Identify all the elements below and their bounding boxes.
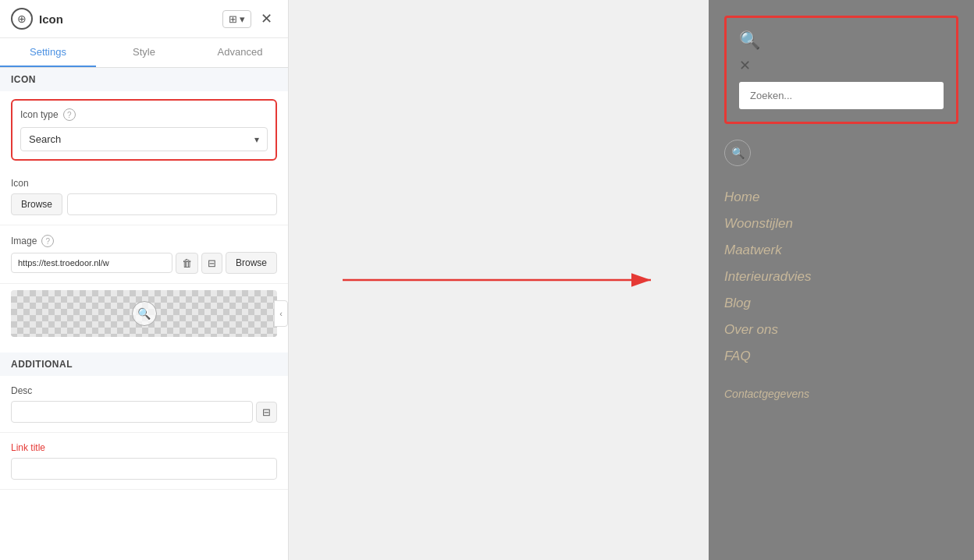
icon-field-group: Icon Browse [0, 168, 288, 225]
desc-db-icon[interactable]: ⊟ [256, 402, 277, 423]
search-x-icon: ✕ [739, 57, 944, 74]
tab-style[interactable]: Style [96, 38, 192, 67]
icon-type-select-wrapper: Search Custom None ▾ [20, 127, 268, 151]
desc-field-label: Desc [11, 385, 277, 396]
image-field-label: Image ? [11, 235, 277, 247]
close-button[interactable]: ✕ [256, 9, 277, 29]
icon-field-label: Icon [11, 178, 277, 189]
image-field-group: Image ? 🗑 ⊟ Browse [0, 225, 288, 284]
image-delete-icon[interactable]: 🗑 [176, 253, 198, 274]
nav-item-blog[interactable]: Blog [724, 296, 812, 311]
icon-type-label: Icon type ? [20, 108, 268, 121]
desc-input[interactable] [11, 401, 253, 423]
left-panel: ⊕ Icon ⊞ ▾ ✕ Settings Style Advanced Ico… [0, 0, 289, 560]
tab-settings[interactable]: Settings [0, 38, 96, 67]
image-browse-button[interactable]: Browse [226, 252, 277, 274]
widget-icon: ⊕ [11, 8, 33, 30]
canvas-area [289, 0, 709, 560]
right-panel: 🔍 ✕ 🔍 Home Woonstijlen Maatwerk Interieu… [709, 0, 974, 560]
additional-section-header: Additional [0, 353, 288, 376]
nav-links: Home Woonstijlen Maatwerk Interieuradvie… [724, 190, 812, 364]
contact-label: Contactgegevens [724, 388, 809, 400]
search-input-preview[interactable] [739, 82, 944, 109]
icon-browse-row: Browse [11, 193, 277, 215]
image-preview: 🔍 ‹ [11, 290, 277, 337]
panel-header: ⊕ Icon ⊞ ▾ ✕ [0, 0, 288, 38]
tabs-bar: Settings Style Advanced [0, 38, 288, 68]
link-title-field-group: Link title [0, 433, 288, 490]
image-copy-icon[interactable]: ⊟ [201, 253, 222, 274]
icon-type-select[interactable]: Search Custom None [21, 128, 267, 151]
image-help-icon[interactable]: ? [41, 235, 54, 247]
image-url-row: 🗑 ⊟ Browse [11, 252, 277, 274]
panel-title: Icon [39, 12, 216, 26]
icon-section-header: Icon [0, 68, 288, 91]
icon-value-input[interactable] [67, 193, 277, 215]
search-widget: 🔍 ✕ [724, 16, 958, 124]
image-url-input[interactable] [11, 253, 172, 273]
preview-search-icon: 🔍 [132, 301, 157, 326]
layout-button[interactable]: ⊞ ▾ [222, 10, 251, 28]
collapse-panel-arrow[interactable]: ‹ [274, 300, 288, 327]
nav-item-maatwerk[interactable]: Maatwerk [724, 243, 812, 258]
tab-advanced[interactable]: Advanced [192, 38, 288, 67]
icon-type-container: Icon type ? Search Custom None ▾ [11, 99, 277, 161]
link-title-input[interactable] [11, 458, 277, 480]
nav-item-home[interactable]: Home [724, 190, 812, 205]
desc-row: ⊟ [11, 401, 277, 423]
layout-arrow: ▾ [240, 13, 245, 25]
search-magnifier-icon: 🔍 [739, 30, 944, 51]
icon-type-help-icon[interactable]: ? [63, 108, 76, 121]
connecting-arrow [335, 257, 663, 303]
nav-item-over-ons[interactable]: Over ons [724, 322, 812, 338]
icon-browse-button[interactable]: Browse [11, 193, 62, 215]
desc-field-group: Desc ⊟ [0, 376, 288, 433]
layout-icon: ⊞ [229, 13, 237, 25]
nav-item-faq[interactable]: FAQ [724, 349, 812, 364]
nav-item-woonstijlen[interactable]: Woonstijlen [724, 216, 812, 232]
nav-item-interieuradvies[interactable]: Interieuradvies [724, 269, 812, 285]
small-search-circle-icon: 🔍 [724, 140, 751, 166]
link-title-label: Link title [11, 442, 277, 453]
header-actions: ⊞ ▾ ✕ [222, 9, 277, 29]
